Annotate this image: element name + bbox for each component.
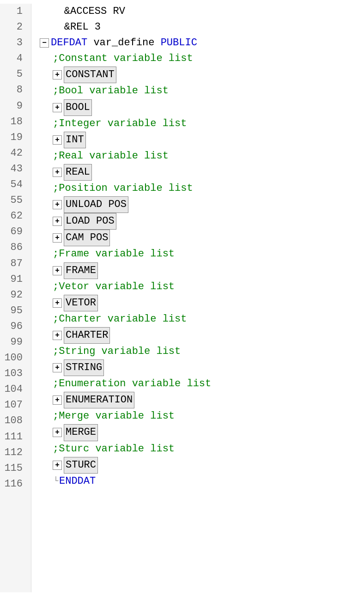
- node-label: VETOR: [64, 295, 98, 311]
- code-line: └ENDDAT: [40, 474, 364, 489]
- line-number: 115: [0, 461, 26, 476]
- code-line: +CAM POS: [40, 230, 364, 246]
- comment-text: ;Enumeration variable list: [53, 376, 211, 392]
- comment-text: ;Merge variable list: [53, 408, 175, 424]
- code-text: &ACCESS RV: [40, 4, 125, 19]
- code-line: +CHARTER: [40, 327, 364, 344]
- expand-button[interactable]: +: [53, 363, 62, 372]
- expand-button[interactable]: +: [53, 428, 62, 437]
- comment-text: ;Charter variable list: [53, 311, 187, 327]
- node-label: INT: [64, 132, 86, 148]
- code-line: +STURC: [40, 457, 364, 474]
- node-label: MERGE: [64, 424, 98, 441]
- line-number: 8: [0, 82, 26, 98]
- code-line: +BOOL: [40, 99, 364, 116]
- code-line: ;Constant variable list: [40, 51, 364, 67]
- code-line: +STRING: [40, 359, 364, 376]
- code-text: var_define: [87, 35, 160, 51]
- line-number: 18: [0, 114, 26, 130]
- code-line: +FRAME: [40, 262, 364, 279]
- code-line: ;Enumeration variable list: [40, 376, 364, 392]
- code-line: ;String variable list: [40, 344, 364, 359]
- code-line: ;Integer variable list: [40, 116, 364, 132]
- expand-button[interactable]: +: [53, 461, 62, 470]
- line-number: 86: [0, 240, 26, 255]
- line-number: 9: [0, 98, 26, 114]
- line-number: 87: [0, 256, 26, 272]
- code-line: ;Position variable list: [40, 181, 364, 196]
- expand-button[interactable]: +: [53, 70, 62, 79]
- comment-text: ;Real variable list: [53, 148, 169, 164]
- line-number: 116: [0, 476, 26, 492]
- line-number: 103: [0, 366, 26, 382]
- expand-button[interactable]: +: [53, 233, 62, 243]
- comment-text: ;Frame variable list: [53, 246, 175, 262]
- tree-line-icon: └: [53, 475, 59, 488]
- line-number: 95: [0, 303, 26, 319]
- line-number: 104: [0, 382, 26, 397]
- code-line: ;Vetor variable list: [40, 279, 364, 295]
- code-line: +INT: [40, 132, 364, 148]
- line-number: 55: [0, 193, 26, 208]
- comment-text: ;Bool variable list: [53, 83, 169, 99]
- line-number: 42: [0, 146, 26, 161]
- expand-button[interactable]: +: [53, 200, 62, 209]
- line-number: 1: [0, 4, 26, 19]
- line-number: 2: [0, 19, 26, 35]
- code-area: &ACCESS RV &REL 3−DEFDAT var_define PUBL…: [31, 4, 364, 592]
- line-number: 5: [0, 67, 26, 82]
- node-label: REAL: [64, 164, 92, 181]
- node-label: CAM POS: [64, 230, 110, 246]
- expand-button[interactable]: +: [53, 103, 62, 112]
- node-label: STURC: [64, 457, 98, 474]
- code-line: ;Merge variable list: [40, 408, 364, 424]
- code-line: ;Real variable list: [40, 148, 364, 164]
- line-number: 69: [0, 224, 26, 240]
- keyword-blue: DEFDAT: [51, 35, 87, 51]
- line-number: 108: [0, 413, 26, 429]
- code-line: +REAL: [40, 164, 364, 181]
- expand-button[interactable]: +: [53, 135, 62, 145]
- node-label: LOAD POS: [64, 213, 116, 230]
- line-number: 62: [0, 208, 26, 224]
- comment-text: ;String variable list: [53, 344, 181, 359]
- expand-button[interactable]: +: [53, 266, 62, 275]
- code-line: +VETOR: [40, 295, 364, 311]
- comment-text: ;Position variable list: [53, 181, 193, 196]
- keyword-blue: ENDDAT: [59, 474, 96, 489]
- line-number: 107: [0, 397, 26, 413]
- line-number-gutter: 1234589181942435455626986879192959699100…: [0, 4, 31, 592]
- code-line: −DEFDAT var_define PUBLIC: [40, 35, 364, 51]
- line-number: 96: [0, 319, 26, 334]
- node-label: ENUMERATION: [64, 392, 134, 408]
- code-line: ;Sturc variable list: [40, 441, 364, 457]
- collapse-button[interactable]: −: [40, 38, 49, 48]
- line-number: 91: [0, 272, 26, 287]
- expand-button[interactable]: +: [53, 395, 62, 405]
- expand-button[interactable]: +: [53, 331, 62, 340]
- line-number: 19: [0, 130, 26, 146]
- comment-text: ;Vetor variable list: [53, 279, 175, 295]
- line-number: 100: [0, 350, 26, 366]
- code-line: &REL 3: [40, 19, 364, 35]
- line-number: 112: [0, 445, 26, 461]
- comment-text: ;Sturc variable list: [53, 441, 175, 457]
- expand-button[interactable]: +: [53, 298, 62, 308]
- code-line: +CONSTANT: [40, 67, 364, 83]
- line-number: 3: [0, 35, 26, 51]
- node-label: BOOL: [64, 99, 92, 116]
- code-line: &ACCESS RV: [40, 4, 364, 19]
- comment-text: ;Constant variable list: [53, 51, 193, 67]
- expand-button[interactable]: +: [53, 217, 62, 226]
- line-number: 99: [0, 334, 26, 350]
- code-line: +LOAD POS: [40, 213, 364, 230]
- code-line: +MERGE: [40, 424, 364, 441]
- code-line: +UNLOAD POS: [40, 196, 364, 213]
- line-number: 43: [0, 161, 26, 177]
- expand-button[interactable]: +: [53, 168, 62, 177]
- line-number: 111: [0, 429, 26, 445]
- code-text: &REL 3: [40, 19, 101, 35]
- node-label: UNLOAD POS: [64, 196, 128, 213]
- node-label: CONSTANT: [64, 67, 116, 83]
- comment-text: ;Integer variable list: [53, 116, 187, 132]
